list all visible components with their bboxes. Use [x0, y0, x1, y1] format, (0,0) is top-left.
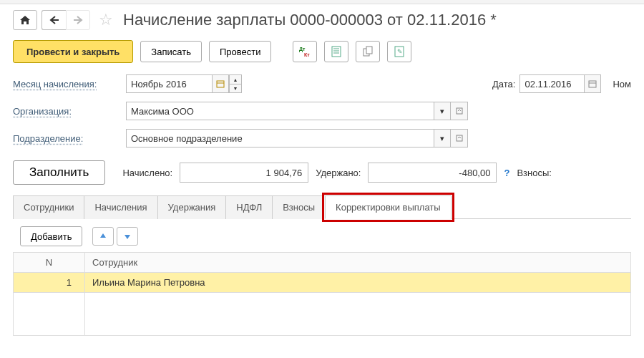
- tab-deductions[interactable]: Удержания: [157, 195, 227, 219]
- number-label: Ном: [613, 79, 631, 90]
- date-picker-icon[interactable]: [584, 74, 601, 93]
- dept-input[interactable]: Основное подразделение: [126, 129, 434, 147]
- svg-rect-15: [457, 135, 462, 141]
- org-dropdown-icon[interactable]: ▾: [434, 102, 451, 120]
- accrued-label: Начислено:: [122, 168, 172, 178]
- svg-text:Дт: Дт: [299, 47, 306, 52]
- tab-contributions[interactable]: Взносы: [272, 195, 326, 219]
- tab-accruals[interactable]: Начисления: [84, 195, 157, 219]
- dept-open-icon[interactable]: [451, 129, 468, 147]
- fill-button[interactable]: Заполнить: [13, 160, 105, 185]
- svg-rect-7: [366, 47, 372, 54]
- org-label: Организация:: [13, 106, 120, 117]
- report-document-icon[interactable]: [324, 41, 348, 62]
- month-input[interactable]: Ноябрь 2016: [126, 74, 212, 93]
- dept-dropdown-icon[interactable]: ▾: [434, 129, 451, 147]
- svg-rect-12: [589, 81, 596, 87]
- cell-employee: Ильина Марина Петровна: [85, 273, 631, 293]
- accrued-value[interactable]: 1 904,76: [180, 163, 308, 183]
- back-button[interactable]: [42, 10, 66, 30]
- tab-employees[interactable]: Сотрудники: [13, 195, 84, 219]
- month-up-icon[interactable]: ▲: [229, 74, 242, 84]
- page-title: Начисление зарплаты 0000-000003 от 02.11…: [123, 11, 497, 29]
- save-button[interactable]: Записать: [140, 41, 202, 62]
- svg-text:✎: ✎: [397, 48, 403, 55]
- move-down-button[interactable]: [117, 227, 138, 246]
- home-button[interactable]: [13, 10, 37, 30]
- month-label: Месяц начисления:: [13, 79, 120, 90]
- tab-payment-corrections[interactable]: Корректировки выплаты: [325, 195, 452, 219]
- favorite-star-icon[interactable]: ☆: [99, 11, 113, 29]
- tab-ndfl[interactable]: НДФЛ: [225, 195, 273, 219]
- col-employee[interactable]: Сотрудник: [85, 253, 631, 273]
- withheld-value[interactable]: -480,00: [368, 163, 497, 183]
- date-input[interactable]: 02.11.2016: [519, 74, 584, 93]
- col-n[interactable]: N: [14, 253, 85, 273]
- dt-kt-button[interactable]: ДтКт: [293, 41, 317, 62]
- move-up-button[interactable]: [92, 227, 114, 246]
- post-button[interactable]: Провести: [209, 41, 272, 62]
- post-and-close-button[interactable]: Провести и закрыть: [13, 40, 133, 63]
- tabs: Сотрудники Начисления Удержания НДФЛ Взн…: [13, 195, 631, 219]
- add-row-button[interactable]: Добавить: [20, 226, 82, 246]
- svg-rect-14: [457, 108, 462, 114]
- forward-button[interactable]: [66, 10, 90, 30]
- svg-text:Кт: Кт: [304, 52, 310, 57]
- org-input[interactable]: Максима ООО: [126, 102, 434, 120]
- employees-grid: N Сотрудник 1 Ильина Марина Петровна: [13, 252, 631, 336]
- svg-rect-10: [217, 81, 224, 87]
- org-open-icon[interactable]: [451, 102, 468, 120]
- table-row[interactable]: 1 Ильина Марина Петровна: [14, 273, 631, 293]
- month-picker-icon[interactable]: [212, 74, 229, 93]
- create-based-on-icon[interactable]: ✎: [387, 41, 411, 62]
- date-label: Дата:: [492, 79, 515, 90]
- month-down-icon[interactable]: ▼: [229, 84, 242, 93]
- withheld-label: Удержано:: [316, 168, 361, 178]
- dept-label: Подразделение:: [13, 133, 120, 144]
- svg-rect-2: [332, 47, 341, 57]
- cell-n: 1: [14, 273, 85, 293]
- linked-docs-icon[interactable]: [356, 41, 380, 62]
- help-icon[interactable]: ?: [504, 168, 509, 178]
- contrib-label: Взносы:: [517, 168, 552, 178]
